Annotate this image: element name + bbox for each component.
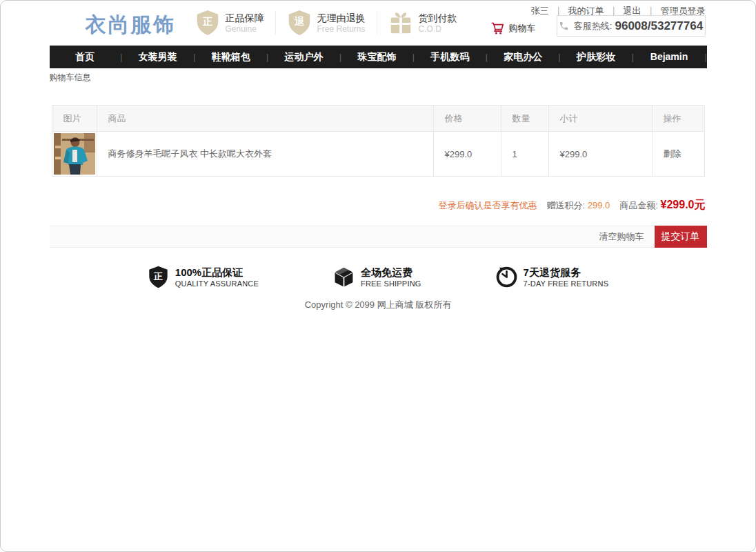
cart-table-header-row: 图片 商品 价格 数量 小计 操作 <box>52 106 704 132</box>
cart-link[interactable]: 购物车 <box>490 21 536 35</box>
badge-divider <box>275 11 276 34</box>
badge-cod: 货到付款 C.O.D <box>388 10 457 36</box>
badge-subtitle: Free Returns <box>317 24 366 34</box>
site-logo[interactable]: 衣尚服饰 <box>86 11 177 39</box>
topbar-admin-login[interactable]: 管理员登录 <box>661 6 706 16</box>
service-title: 7天退货服务 <box>524 266 609 279</box>
topbar-username[interactable]: 张三 <box>531 6 549 16</box>
nav-item-skincare-makeup[interactable]: 护肤彩妆 <box>561 46 632 68</box>
table-row: 商务修身羊毛呢子风衣 中长款呢大衣外套 ¥299.0 1 ¥299.0 删除 <box>52 132 704 177</box>
nav-item-bejamin[interactable]: Bejamin <box>634 46 705 68</box>
gift-icon <box>388 10 413 36</box>
trust-badges: 正 正品保障 Genuine 退 无理由退换 Free Returns <box>195 10 457 36</box>
col-header-subtotal: 小计 <box>548 106 652 132</box>
service-title: 全场免运费 <box>361 266 421 279</box>
cart-icon <box>490 21 504 35</box>
delete-link[interactable]: 删除 <box>664 148 682 159</box>
nav-item-sports-outdoor[interactable]: 运动户外 <box>268 46 339 68</box>
badge-title: 无理由退换 <box>317 12 366 24</box>
service-returns: 7天退货服务 7-DAY FREE RETURNS <box>496 266 609 288</box>
shield-quality-icon: 正 <box>148 266 169 288</box>
amount-label: 商品金额: <box>619 200 658 210</box>
shield-returns-icon: 退 <box>287 10 312 36</box>
hotline-box: 客服热线: 96008/53277764 <box>557 15 706 37</box>
badge-subtitle: C.O.D <box>419 24 457 34</box>
topbar-separator: ｜ <box>609 6 618 16</box>
product-subtotal: ¥299.0 <box>548 132 652 177</box>
svg-text:正: 正 <box>153 271 163 282</box>
col-header-action: 操作 <box>652 106 704 132</box>
action-bar: 清空购物车 提交订单 <box>50 226 707 248</box>
service-subtitle: QUALITY ASSURANCE <box>175 279 259 288</box>
hotline-label: 客服热线: <box>574 20 613 32</box>
amount-summary: 商品金额: ¥299.0元 <box>619 198 705 213</box>
shield-genuine-icon: 正 <box>195 10 220 36</box>
breadcrumb: 购物车信息 <box>50 68 707 83</box>
main-nav: 首页 | 女装男装 | 鞋靴箱包 | 运动户外 | 珠宝配饰 | 手机数码 | … <box>50 46 707 68</box>
nav-item-shoes-bags[interactable]: 鞋靴箱包 <box>195 46 266 68</box>
points-label: 赠送积分: <box>547 200 586 210</box>
badge-free-returns: 退 无理由退换 Free Returns <box>287 10 366 36</box>
topbar-separator: ｜ <box>646 6 655 16</box>
product-thumbnail[interactable] <box>54 133 95 175</box>
nav-item-home[interactable]: 首页 <box>50 46 121 68</box>
col-header-image: 图片 <box>52 106 97 132</box>
submit-order-button[interactable]: 提交订单 <box>655 226 707 248</box>
nav-item-appliances-office[interactable]: 家电办公 <box>488 46 559 68</box>
topbar-my-orders[interactable]: 我的订单 <box>568 6 604 16</box>
box-icon <box>333 266 355 288</box>
badge-divider <box>377 11 377 34</box>
points-summary: 赠送积分: 299.0 <box>547 199 610 212</box>
service-free-shipping: 全场免运费 FREE SHIPPING <box>333 266 421 288</box>
cart-label: 购物车 <box>509 22 536 34</box>
nav-separator: | <box>704 52 706 62</box>
phone-icon <box>559 21 569 31</box>
hotline-number: 96008/53277764 <box>615 19 703 33</box>
col-header-price: 价格 <box>433 106 501 132</box>
badge-title: 正品保障 <box>226 12 264 24</box>
copyright: Copyright © 2099 网上商城 版权所有 <box>50 299 707 311</box>
amount-value: ¥299.0元 <box>661 199 706 210</box>
cart-summary: 登录后确认是否享有优惠 赠送积分: 299.0 商品金额: ¥299.0元 <box>50 198 707 213</box>
topbar-logout[interactable]: 退出 <box>624 6 641 16</box>
service-subtitle: FREE SHIPPING <box>361 279 421 288</box>
product-price: ¥299.0 <box>433 132 501 177</box>
product-name[interactable]: 商务修身羊毛呢子风衣 中长款呢大衣外套 <box>97 132 433 177</box>
footer-services: 正 100%正品保证 QUALITY ASSURANCE 全场免运费 FREE … <box>50 259 707 288</box>
nav-item-womens-mens[interactable]: 女装男装 <box>122 46 193 68</box>
nav-item-jewelry[interactable]: 珠宝配饰 <box>341 46 412 68</box>
svg-text:退: 退 <box>294 16 304 27</box>
service-quality: 正 100%正品保证 QUALITY ASSURANCE <box>148 266 259 288</box>
clock-icon <box>496 266 517 288</box>
service-subtitle: 7-DAY FREE RETURNS <box>524 279 609 288</box>
svg-text:正: 正 <box>202 16 212 27</box>
service-title: 100%正品保证 <box>175 266 259 279</box>
badge-title: 货到付款 <box>419 12 457 24</box>
badge-genuine: 正 正品保障 Genuine <box>195 10 264 36</box>
page-header: 张三 ｜ 我的订单 ｜ 退出 ｜ 管理员登录 衣尚服饰 正 正品保障 Genui… <box>50 0 707 46</box>
col-header-quantity: 数量 <box>501 106 548 132</box>
product-quantity: 1 <box>501 132 548 177</box>
badge-subtitle: Genuine <box>226 24 264 34</box>
points-value: 299.0 <box>588 200 610 210</box>
topbar-separator: ｜ <box>554 6 563 16</box>
nav-item-phones-digital[interactable]: 手机数码 <box>415 46 486 68</box>
promo-notice: 登录后确认是否享有优惠 <box>439 199 537 212</box>
clear-cart-link[interactable]: 清空购物车 <box>599 230 644 243</box>
cart-table: 图片 商品 价格 数量 小计 操作 <box>52 105 705 177</box>
col-header-product: 商品 <box>97 106 433 132</box>
